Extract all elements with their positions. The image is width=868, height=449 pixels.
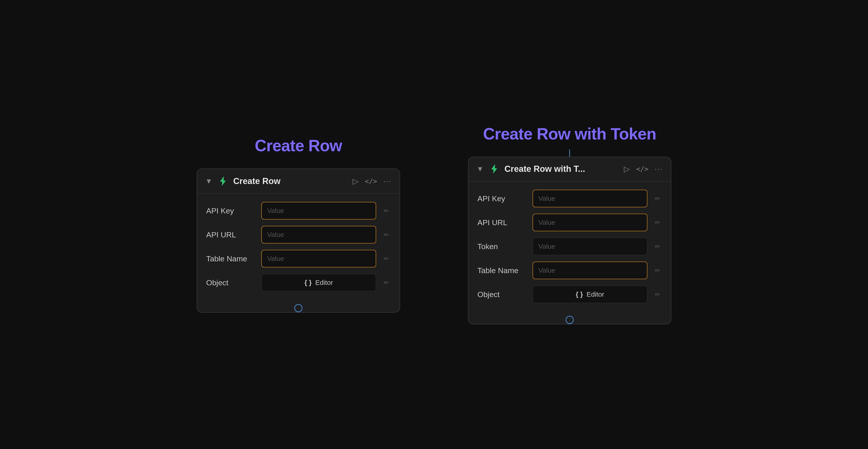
- token-api-key-input-wrapper: [532, 190, 647, 207]
- token-label: Token: [477, 242, 527, 251]
- api-url-row: API URL ✏: [206, 226, 391, 243]
- token-code-button[interactable]: </>: [636, 165, 648, 173]
- chevron-icon[interactable]: ▼: [205, 177, 213, 185]
- node-body: API Key ✏ API URL ✏ Table Name: [197, 194, 400, 300]
- token-bottom-connector: [565, 316, 574, 324]
- bottom-connector: [294, 304, 303, 312]
- token-chevron-icon[interactable]: ▼: [476, 165, 484, 173]
- token-object-editor-button[interactable]: { } Editor: [532, 286, 647, 303]
- create-row-panel: Create Row ▼ Create Row ▷ </> ··· API Ke…: [197, 136, 400, 313]
- table-name-label: Table Name: [206, 255, 256, 263]
- api-url-input-wrapper: [261, 226, 376, 243]
- token-input-wrapper: [532, 238, 647, 255]
- token-node-body: API Key ✏ API URL ✏ Token ✏: [468, 182, 671, 311]
- create-row-token-card: ▼ Create Row with T... ▷ </> ··· API Key…: [468, 157, 671, 324]
- token-api-url-label: API URL: [477, 218, 527, 227]
- table-name-input[interactable]: [261, 250, 376, 267]
- table-name-edit-icon[interactable]: ✏: [381, 255, 391, 263]
- object-row: Object { } Editor ✏: [206, 274, 391, 292]
- api-key-row: API Key ✏: [206, 202, 391, 219]
- token-api-url-row: API URL ✏: [477, 214, 662, 231]
- svg-marker-1: [491, 164, 497, 173]
- token-api-key-input[interactable]: [532, 190, 647, 207]
- create-row-title: Create Row: [255, 136, 342, 155]
- token-object-edit-icon[interactable]: ✏: [653, 291, 662, 298]
- token-api-url-input-wrapper: [532, 214, 647, 231]
- api-key-label: API Key: [206, 206, 256, 215]
- token-table-name-label: Table Name: [477, 266, 527, 275]
- token-table-name-edit-icon[interactable]: ✏: [653, 267, 662, 274]
- token-editor-braces-icon: { }: [576, 291, 583, 298]
- token-row: Token ✏: [477, 238, 662, 255]
- token-api-url-edit-icon[interactable]: ✏: [653, 219, 662, 226]
- node-token-header: ▼ Create Row with T... ▷ </> ···: [468, 157, 671, 182]
- lightning-icon: [217, 175, 229, 187]
- create-row-token-panel: Create Row with Token ▼ Create Row with …: [468, 125, 671, 324]
- token-edit-icon[interactable]: ✏: [653, 243, 662, 250]
- token-header-actions: ▷ </> ···: [624, 164, 663, 173]
- token-table-name-input-wrapper: [532, 262, 647, 279]
- api-url-label: API URL: [206, 230, 256, 239]
- object-editor-button[interactable]: { } Editor: [261, 274, 376, 292]
- api-url-edit-icon[interactable]: ✏: [381, 231, 391, 239]
- play-button[interactable]: ▷: [352, 177, 359, 186]
- token-table-name-row: Table Name ✏: [477, 262, 662, 279]
- token-table-name-input[interactable]: [532, 262, 647, 279]
- editor-braces-icon: { }: [305, 279, 312, 287]
- token-more-options-button[interactable]: ···: [655, 165, 663, 173]
- code-button[interactable]: </>: [365, 177, 377, 185]
- node-header: ▼ Create Row ▷ </> ···: [197, 169, 400, 194]
- token-api-url-input[interactable]: [532, 214, 647, 231]
- api-url-input[interactable]: [261, 226, 376, 243]
- token-input[interactable]: [532, 238, 647, 255]
- token-play-button[interactable]: ▷: [624, 164, 630, 173]
- api-key-input-wrapper: [261, 202, 376, 219]
- top-connector-line: [569, 149, 570, 157]
- more-options-button[interactable]: ···: [383, 177, 392, 185]
- header-actions: ▷ </> ···: [352, 177, 392, 186]
- token-lightning-icon: [488, 163, 500, 175]
- object-label: Object: [206, 278, 256, 287]
- node-title: Create Row: [233, 176, 348, 186]
- table-name-row: Table Name ✏: [206, 250, 391, 267]
- token-api-key-row: API Key ✏: [477, 190, 662, 207]
- token-api-key-edit-icon[interactable]: ✏: [653, 195, 662, 202]
- api-key-input[interactable]: [261, 202, 376, 219]
- token-node-title: Create Row with T...: [504, 164, 619, 174]
- create-row-card: ▼ Create Row ▷ </> ··· API Key ✏: [197, 169, 400, 313]
- token-editor-label: Editor: [587, 291, 604, 298]
- svg-marker-0: [220, 177, 225, 186]
- token-object-label: Object: [477, 290, 527, 299]
- object-edit-icon[interactable]: ✏: [381, 279, 391, 287]
- token-object-row: Object { } Editor ✏: [477, 286, 662, 303]
- create-row-token-title: Create Row with Token: [483, 125, 656, 143]
- editor-label: Editor: [315, 279, 333, 287]
- table-name-input-wrapper: [261, 250, 376, 267]
- api-key-edit-icon[interactable]: ✏: [381, 207, 391, 214]
- token-api-key-label: API Key: [477, 194, 527, 203]
